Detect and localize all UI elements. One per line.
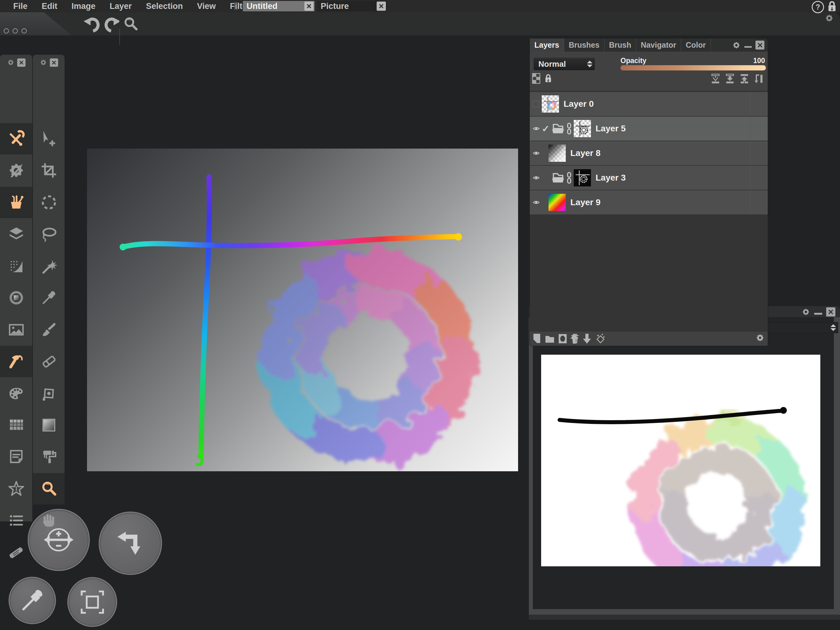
black-stroke	[560, 411, 783, 422]
move-down-icon[interactable]	[583, 333, 592, 344]
settings-gear-icon[interactable]	[825, 14, 834, 23]
tool-crop[interactable]	[33, 155, 65, 186]
move-up-icon[interactable]	[570, 333, 579, 344]
tool-gradient[interactable]	[33, 410, 65, 441]
layer-thumbnail	[548, 144, 566, 162]
color-picker-button[interactable]	[9, 577, 56, 624]
tab-brush[interactable]: Brush	[605, 38, 636, 52]
drawing-canvas[interactable]	[87, 149, 518, 471]
menu-view[interactable]: View	[190, 2, 223, 11]
quick-toolbar	[0, 12, 840, 35]
tool-brush-pot[interactable]	[0, 187, 32, 218]
tool-lasso[interactable]	[33, 218, 65, 250]
tool-star[interactable]: 1	[0, 473, 32, 505]
fit-view-button[interactable]	[67, 577, 117, 627]
menu-edit[interactable]: Edit	[35, 2, 65, 11]
gear-icon[interactable]	[7, 59, 14, 66]
settings-gear-icon[interactable]	[802, 308, 810, 316]
settings-gear-icon[interactable]	[732, 41, 741, 49]
palette-icon	[7, 385, 25, 402]
tool-list[interactable]	[0, 505, 32, 536]
layer-row-2[interactable]: Layer 8	[530, 141, 768, 165]
layer-row-4[interactable]: Layer 9	[530, 190, 768, 214]
opacity-slider[interactable]	[621, 65, 766, 70]
close-icon[interactable]	[17, 59, 25, 67]
add-layer-icon[interactable]	[532, 333, 542, 344]
tool-ellipse-select[interactable]	[33, 187, 65, 218]
document-tab-untitled[interactable]: Untitled	[243, 1, 314, 11]
tool-palette[interactable]	[0, 378, 32, 409]
tool-eraser[interactable]	[33, 346, 65, 377]
minimize-icon[interactable]	[744, 46, 752, 47]
tool-paint-roller[interactable]	[33, 441, 65, 473]
blend-mode-dropdown[interactable]: Normal	[534, 58, 595, 70]
merge-down-icon[interactable]	[725, 73, 735, 84]
tool-paintbrush[interactable]	[33, 314, 65, 345]
layer-row-3[interactable]: Layer 3	[530, 166, 768, 190]
close-icon[interactable]	[755, 41, 764, 49]
zoom-icon[interactable]	[122, 16, 139, 32]
close-tab-icon[interactable]	[377, 2, 386, 11]
tool-pan-hand[interactable]	[33, 505, 65, 536]
tool-script-scroll[interactable]	[0, 537, 32, 568]
tool-pattern[interactable]	[0, 410, 32, 441]
merge-sparkle-icon[interactable]	[595, 333, 605, 344]
tab-layers[interactable]: Layers	[530, 38, 564, 52]
tool-hammer[interactable]	[0, 346, 32, 377]
minimize-icon[interactable]	[814, 313, 822, 315]
tab-grip-handle[interactable]	[234, 2, 238, 10]
tool-eyedropper[interactable]	[33, 282, 65, 313]
layer-thumbnail	[574, 120, 591, 137]
alpha-checker-icon[interactable]	[532, 73, 540, 84]
visibility-toggle[interactable]	[532, 199, 542, 205]
redo-icon[interactable]	[101, 15, 119, 33]
document-tab-picture[interactable]: Picture	[317, 1, 387, 11]
tool-image[interactable]	[0, 314, 32, 345]
move-up-layer-icon[interactable]	[739, 73, 750, 84]
lock-icon[interactable]	[545, 73, 552, 83]
visibility-toggle[interactable]	[532, 150, 542, 156]
move-into-layer-icon[interactable]	[710, 73, 721, 84]
tab-color[interactable]: Color	[681, 38, 711, 52]
tool-note[interactable]	[0, 441, 32, 473]
close-icon[interactable]	[826, 307, 835, 317]
hidden-eye-checkbox	[532, 101, 539, 108]
tab-navigator[interactable]: Navigator	[636, 38, 681, 52]
close-tab-icon[interactable]	[305, 2, 314, 11]
settings-gear-icon[interactable]	[755, 333, 765, 342]
tool-magic-wand[interactable]	[33, 250, 65, 282]
tool-move[interactable]	[33, 123, 65, 154]
tool-layers[interactable]	[0, 218, 32, 250]
toolbox-b-header	[33, 57, 65, 68]
brush-pot-icon	[7, 193, 25, 211]
visibility-toggle[interactable]	[532, 126, 542, 131]
menu-layer[interactable]: Layer	[103, 2, 139, 11]
close-icon[interactable]	[50, 59, 58, 67]
visibility-toggle[interactable]	[532, 175, 542, 180]
preview-picture-canvas[interactable]	[541, 355, 820, 566]
menu-image[interactable]: Image	[65, 2, 103, 11]
undo-icon[interactable]	[83, 15, 101, 33]
menu-file[interactable]: File	[6, 2, 35, 11]
layer-row-0[interactable]: Layer 0	[530, 92, 768, 116]
lock-icon[interactable]	[827, 1, 837, 12]
help-icon[interactable]: ?	[812, 1, 824, 13]
tool-wrench-settings[interactable]	[0, 123, 32, 154]
rotate-turn-button[interactable]	[99, 511, 162, 575]
menu-selection[interactable]: Selection	[139, 2, 190, 11]
tab-brushes[interactable]: Brushes	[564, 38, 605, 52]
tool-opacity-disc[interactable]	[0, 282, 32, 313]
tool-options[interactable]	[0, 155, 32, 186]
opacity-value: 100	[742, 57, 765, 65]
tool-fill[interactable]	[33, 378, 65, 409]
visibility-toggle[interactable]	[532, 101, 542, 108]
add-mask-icon[interactable]	[558, 334, 567, 344]
gear-icon[interactable]	[39, 59, 47, 66]
layer-name: Layer 0	[564, 99, 594, 109]
add-folder-icon[interactable]	[545, 334, 555, 343]
tool-zoom[interactable]	[33, 473, 65, 505]
tool-shading[interactable]	[0, 250, 32, 282]
window-dots-icon[interactable]	[4, 28, 27, 33]
flip-order-icon[interactable]	[753, 73, 764, 84]
layer-row-1[interactable]: ✓ Layer 5	[530, 117, 768, 141]
